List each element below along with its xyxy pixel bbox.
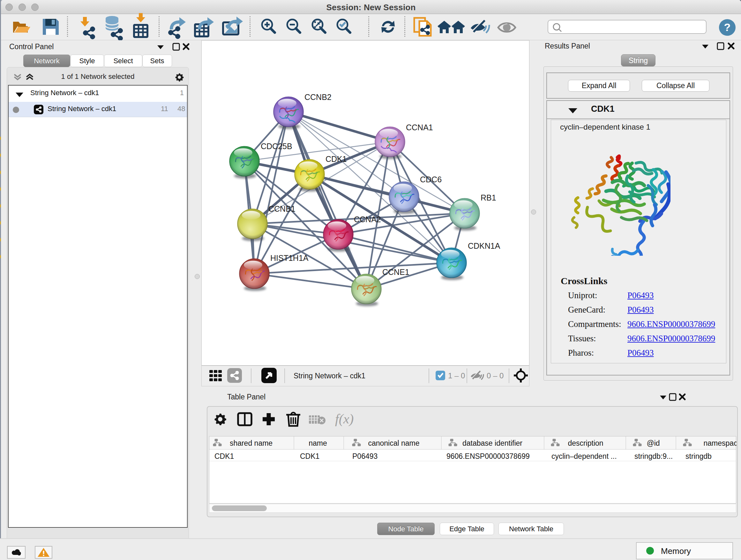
svg-text:canonical name: canonical name	[368, 439, 419, 447]
svg-text:HIST1H1A: HIST1H1A	[270, 253, 309, 262]
svg-text:CDKN1A: CDKN1A	[468, 241, 500, 250]
svg-text:description: description	[568, 439, 603, 447]
svg-text:stringdb: stringdb	[685, 452, 712, 460]
svg-text:1 – 0: 1 – 0	[448, 371, 465, 380]
svg-text:CDK1: CDK1	[214, 452, 234, 460]
svg-text:RB1: RB1	[481, 193, 496, 202]
svg-text:CDK1: CDK1	[326, 154, 347, 164]
svg-text:CCNB1: CCNB1	[268, 204, 295, 213]
svg-text:namespace: namespace	[704, 439, 737, 447]
svg-text:name: name	[309, 439, 327, 447]
svg-text:shared name: shared name	[230, 439, 273, 447]
svg-text:?: ?	[724, 21, 731, 33]
svg-text:CCNA1: CCNA1	[406, 123, 433, 132]
svg-text:database identifier: database identifier	[462, 439, 522, 447]
svg-text:CCNB2: CCNB2	[305, 92, 332, 102]
svg-text:CDK1: CDK1	[300, 452, 320, 460]
svg-text:CDC25B: CDC25B	[261, 142, 292, 151]
svg-text:@id: @id	[647, 439, 660, 447]
svg-text:stringdb:9...: stringdb:9...	[634, 452, 673, 460]
svg-text:9606.ENSP00000378699: 9606.ENSP00000378699	[447, 452, 530, 460]
svg-text:cyclin–dependent ...: cyclin–dependent ...	[551, 452, 617, 460]
svg-text:CCNE1: CCNE1	[382, 267, 409, 276]
svg-text:String Network – cdk1: String Network – cdk1	[293, 372, 365, 380]
svg-text:f(x): f(x)	[335, 412, 354, 427]
svg-text:0 – 0: 0 – 0	[487, 371, 503, 380]
svg-text:P06493: P06493	[352, 452, 378, 460]
svg-text:CCNA2: CCNA2	[354, 215, 381, 224]
svg-text:CDC6: CDC6	[420, 175, 442, 184]
